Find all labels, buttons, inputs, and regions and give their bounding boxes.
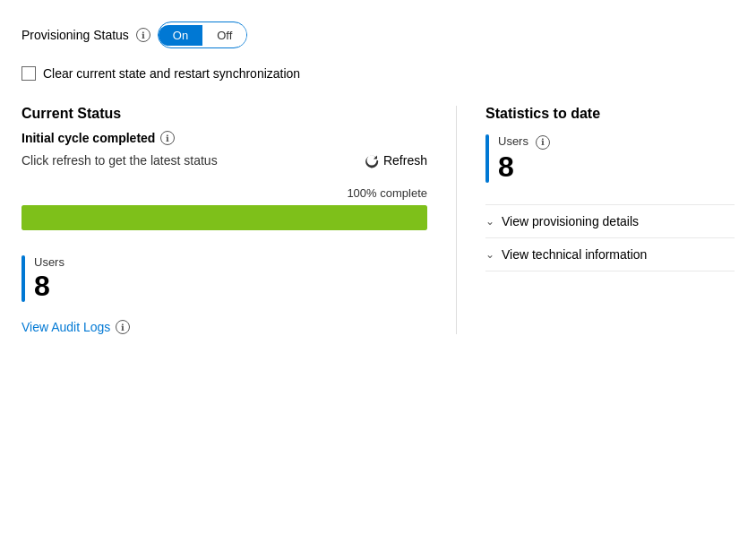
checkbox-row: Clear current state and restart synchron… bbox=[21, 66, 735, 81]
current-status-title: Current Status bbox=[21, 106, 427, 122]
bottom-users-count: 8 bbox=[34, 271, 64, 302]
toggle-off-button[interactable]: Off bbox=[202, 25, 246, 46]
bottom-users-stat: Users 8 bbox=[21, 255, 427, 302]
progress-bar-fill bbox=[21, 205, 427, 230]
cycle-label: Initial cycle completed bbox=[21, 131, 155, 145]
provisioning-details-chevron-icon: ⌄ bbox=[485, 215, 494, 228]
cycle-info-icon[interactable]: ℹ bbox=[160, 131, 175, 145]
audit-logs-info-icon[interactable]: ℹ bbox=[116, 320, 130, 334]
view-provisioning-details-row[interactable]: ⌄ View provisioning details bbox=[485, 204, 735, 237]
right-panel: Statistics to date Users ℹ 8 ⌄ View prov… bbox=[457, 106, 735, 334]
toggle-on-button[interactable]: On bbox=[159, 25, 202, 46]
bottom-users-section: Users 8 bbox=[21, 255, 427, 302]
refresh-icon bbox=[364, 152, 380, 168]
technical-info-label: View technical information bbox=[502, 247, 647, 262]
technical-info-chevron-icon: ⌄ bbox=[485, 248, 494, 261]
refresh-text: Click refresh to get the latest status bbox=[21, 153, 218, 168]
bottom-users-label: Users bbox=[34, 255, 64, 269]
right-stat-content: Users ℹ 8 bbox=[498, 134, 550, 183]
right-users-stat: Users ℹ 8 bbox=[485, 134, 735, 183]
progress-section: 100% complete bbox=[21, 186, 427, 230]
stats-users-info-icon[interactable]: ℹ bbox=[536, 135, 550, 150]
provisioning-details-label: View provisioning details bbox=[502, 214, 639, 228]
progress-label: 100% complete bbox=[21, 186, 427, 200]
provisioning-status-row: Provisioning Status ℹ On Off bbox=[21, 22, 735, 48]
bottom-accent-bar bbox=[21, 255, 25, 302]
clear-state-checkbox[interactable] bbox=[21, 66, 36, 81]
bottom-stat-content: Users 8 bbox=[34, 255, 64, 302]
provisioning-toggle[interactable]: On Off bbox=[158, 22, 247, 48]
refresh-row: Click refresh to get the latest status R… bbox=[21, 152, 427, 168]
right-accent-bar bbox=[485, 134, 489, 183]
refresh-label: Refresh bbox=[383, 153, 427, 168]
checkbox-label: Clear current state and restart synchron… bbox=[43, 66, 300, 81]
cycle-row: Initial cycle completed ℹ bbox=[21, 131, 427, 145]
provisioning-label: Provisioning Status bbox=[21, 28, 129, 42]
main-layout: Current Status Initial cycle completed ℹ… bbox=[21, 106, 735, 334]
refresh-button[interactable]: Refresh bbox=[364, 152, 427, 168]
audit-logs-link[interactable]: View Audit Logs ℹ bbox=[21, 320, 427, 334]
statistics-title: Statistics to date bbox=[485, 106, 735, 122]
audit-logs-text: View Audit Logs bbox=[21, 320, 110, 334]
left-panel: Current Status Initial cycle completed ℹ… bbox=[21, 106, 457, 334]
provisioning-info-icon[interactable]: ℹ bbox=[136, 28, 150, 42]
view-technical-information-row[interactable]: ⌄ View technical information bbox=[485, 237, 735, 271]
right-users-count: 8 bbox=[498, 151, 550, 183]
progress-bar-background bbox=[21, 205, 427, 230]
right-users-label: Users ℹ bbox=[498, 134, 550, 150]
